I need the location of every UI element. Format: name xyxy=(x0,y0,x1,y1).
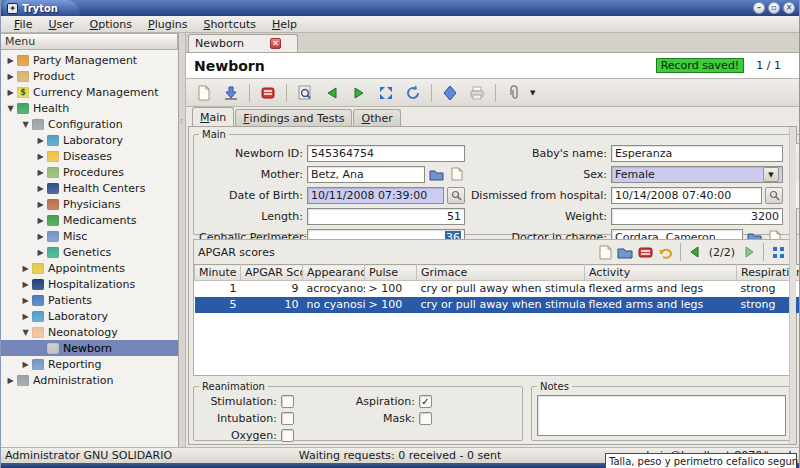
apgar-column-header[interactable]: Activity xyxy=(585,265,737,281)
apgar-expand-icon[interactable] xyxy=(770,244,787,260)
apgar-table-row[interactable]: 510no cyanosis> 100cry or pull away when… xyxy=(195,297,800,313)
expand-icon[interactable]: ▶ xyxy=(35,232,46,241)
reload-icon[interactable] xyxy=(401,82,425,104)
collapse-icon[interactable]: ▼ xyxy=(20,328,31,337)
print-icon[interactable] xyxy=(465,82,489,104)
menu-plugins[interactable]: Plugins xyxy=(141,17,194,32)
apgar-column-header[interactable]: Appearance xyxy=(303,265,365,281)
save-record-icon[interactable] xyxy=(219,82,243,104)
attachment-dropdown-icon[interactable]: ▼ xyxy=(530,89,535,97)
sidebar-item-party-management[interactable]: ▶Party Management xyxy=(1,52,178,68)
collapse-icon[interactable]: ▼ xyxy=(20,120,31,129)
sidebar-item-appointments[interactable]: ▶Appointments xyxy=(1,260,178,276)
next-record-icon[interactable] xyxy=(347,82,371,104)
weight-field[interactable]: 3200 xyxy=(611,208,783,225)
maximize-button[interactable]: ▫ xyxy=(768,2,780,14)
menu-file[interactable]: File xyxy=(7,17,39,32)
baby-name-field[interactable]: Esperanza xyxy=(611,145,783,162)
expand-icon[interactable]: ▶ xyxy=(35,152,46,161)
apgar-open-row-icon[interactable] xyxy=(617,244,634,260)
menu-user[interactable]: User xyxy=(41,17,80,32)
notes-textarea[interactable] xyxy=(537,395,786,436)
sidebar-item-product[interactable]: ▶Product xyxy=(1,68,178,84)
action-icon[interactable] xyxy=(438,82,462,104)
expand-icon[interactable]: ▶ xyxy=(35,216,46,225)
sidebar-item-hospitalizations[interactable]: ▶Hospitalizations xyxy=(1,276,178,292)
new-mother-icon[interactable] xyxy=(448,166,465,182)
sidebar-header[interactable]: Menu xyxy=(1,33,178,50)
date-of-birth-field[interactable]: 10/11/2008 07:39:00 xyxy=(307,187,444,204)
vertical-scrollbar[interactable] xyxy=(789,127,796,444)
sidebar-item-misc[interactable]: ▶Misc xyxy=(1,228,178,244)
expand-icon[interactable]: ▶ xyxy=(5,88,16,97)
apgar-previous-icon[interactable] xyxy=(687,244,704,260)
close-button[interactable]: × xyxy=(783,2,795,14)
mother-field[interactable]: Betz, Ana xyxy=(307,166,425,183)
sidebar-item-health-centers[interactable]: ▶Health Centers xyxy=(1,180,178,196)
apgar-new-row-icon[interactable] xyxy=(597,244,614,260)
length-field[interactable]: 51 xyxy=(307,208,465,225)
open-mother-icon[interactable] xyxy=(428,166,445,182)
menu-help[interactable]: Help xyxy=(265,17,304,32)
sidebar-item-currency-management[interactable]: ▶$Currency Management xyxy=(1,84,178,100)
apgar-delete-row-icon[interactable] xyxy=(637,244,654,260)
sidebar-item-genetics[interactable]: ▶Genetics xyxy=(1,244,178,260)
previous-record-icon[interactable] xyxy=(320,82,344,104)
minimize-button[interactable]: – xyxy=(753,2,765,14)
checkbox-mask[interactable] xyxy=(419,412,432,425)
expand-icon[interactable]: ▶ xyxy=(20,296,31,305)
switch-view-icon[interactable] xyxy=(374,82,398,104)
dismissed-picker-icon[interactable] xyxy=(765,187,783,204)
sidebar-item-reporting[interactable]: ▶Reporting xyxy=(1,356,178,372)
tab-newborn[interactable]: Newborn ✕ xyxy=(188,34,298,52)
apgar-column-header[interactable]: APGAR Score xyxy=(241,265,303,281)
sidebar-item-laboratory[interactable]: ▶Laboratory xyxy=(1,132,178,148)
sidebar-item-neonatology[interactable]: ▼Neonatology xyxy=(1,324,178,340)
sidebar-item-medicaments[interactable]: ▶Medicaments xyxy=(1,212,178,228)
menu-shortcuts[interactable]: Shortcuts xyxy=(196,17,263,32)
expand-icon[interactable]: ▶ xyxy=(5,56,16,65)
sex-select[interactable]: Female ▼ xyxy=(611,166,783,183)
menu-options[interactable]: Options xyxy=(83,17,139,32)
tab-main[interactable]: Main xyxy=(192,107,234,126)
checkbox-oxygen[interactable] xyxy=(281,429,294,442)
sidebar-item-laboratory[interactable]: ▶Laboratory xyxy=(1,308,178,324)
expand-icon[interactable]: ▶ xyxy=(20,264,31,273)
tab-other[interactable]: Other xyxy=(353,109,400,126)
sidebar-item-patients[interactable]: ▶Patients xyxy=(1,292,178,308)
checkbox-aspiration[interactable]: ✓ xyxy=(419,395,432,408)
attachment-icon[interactable] xyxy=(502,82,526,104)
apgar-table[interactable]: MinuteAPGAR ScoreAppearancePulseGrimaceA… xyxy=(194,264,800,313)
sidebar-item-newborn[interactable]: Newborn xyxy=(1,340,178,356)
sidebar-item-health[interactable]: ▼Health xyxy=(1,100,178,116)
collapse-icon[interactable]: ▼ xyxy=(5,104,16,113)
apgar-next-icon[interactable] xyxy=(740,244,757,260)
apgar-undo-icon[interactable] xyxy=(657,244,674,260)
expand-icon[interactable]: ▶ xyxy=(35,200,46,209)
sidebar-item-configuration[interactable]: ▼Configuration xyxy=(1,116,178,132)
newborn-id-field[interactable]: 545364754 xyxy=(307,145,465,162)
apgar-table-row[interactable]: 19acrocyanosis> 100cry or pull away when… xyxy=(195,281,800,297)
date-of-birth-picker-icon[interactable] xyxy=(447,187,465,204)
expand-icon[interactable]: ▶ xyxy=(35,136,46,145)
apgar-column-header[interactable]: Minute xyxy=(195,265,241,281)
expand-icon[interactable]: ▶ xyxy=(35,248,46,257)
sidebar-item-administration[interactable]: ▶Administration xyxy=(1,372,178,388)
sidebar-item-procedures[interactable]: ▶Procedures xyxy=(1,164,178,180)
tab-findings-and-tests[interactable]: Findings and Tests xyxy=(235,109,352,126)
sex-dropdown-icon[interactable]: ▼ xyxy=(763,167,779,182)
checkbox-stimulation[interactable] xyxy=(281,395,294,408)
panel-splitter[interactable] xyxy=(179,33,186,447)
find-record-icon[interactable] xyxy=(293,82,317,104)
dismissed-field[interactable]: 10/14/2008 07:40:00 xyxy=(611,187,762,204)
expand-icon[interactable]: ▶ xyxy=(35,168,46,177)
expand-icon[interactable]: ▶ xyxy=(5,72,16,81)
checkbox-intubation[interactable] xyxy=(281,412,294,425)
new-record-icon[interactable] xyxy=(192,82,216,104)
expand-icon[interactable]: ▶ xyxy=(20,280,31,289)
apgar-column-header[interactable]: Grimace xyxy=(417,265,585,281)
tab-close-icon[interactable]: ✕ xyxy=(270,38,281,49)
expand-icon[interactable]: ▶ xyxy=(35,184,46,193)
delete-record-icon[interactable] xyxy=(256,82,280,104)
expand-icon[interactable]: ▶ xyxy=(5,376,16,385)
